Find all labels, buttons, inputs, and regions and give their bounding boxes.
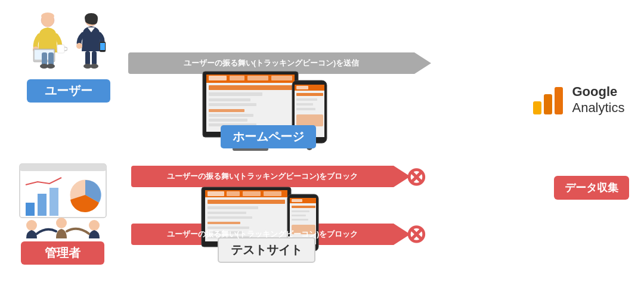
svg-rect-16 xyxy=(92,51,97,65)
ga-title: Google xyxy=(572,84,624,100)
svg-point-1 xyxy=(41,13,54,20)
svg-rect-51 xyxy=(38,194,47,216)
svg-rect-52 xyxy=(49,188,58,216)
user-figures xyxy=(29,12,109,75)
svg-rect-62 xyxy=(243,191,261,196)
svg-rect-64 xyxy=(208,200,285,204)
svg-rect-7 xyxy=(42,52,47,66)
admin-label: 管理者 xyxy=(21,241,104,265)
svg-rect-65 xyxy=(208,206,258,209)
svg-rect-68 xyxy=(208,222,240,224)
svg-rect-8 xyxy=(48,52,54,66)
svg-rect-87 xyxy=(544,94,552,114)
svg-rect-88 xyxy=(555,87,563,114)
svg-rect-50 xyxy=(26,203,35,216)
ga-subtitle: Analytics xyxy=(572,100,624,116)
ga-logo-icon xyxy=(532,83,565,116)
svg-rect-78 xyxy=(292,206,315,208)
svg-rect-39 xyxy=(296,86,308,89)
svg-rect-61 xyxy=(227,191,240,196)
homepage-device-group: ホームページ xyxy=(197,69,316,161)
ga-logo: Google Analytics xyxy=(532,83,624,116)
svg-rect-81 xyxy=(292,219,308,221)
homepage-label: ホームページ xyxy=(221,125,316,148)
admin-section: 管理者 xyxy=(6,161,119,265)
person1-icon xyxy=(29,12,67,75)
svg-point-55 xyxy=(56,218,67,228)
svg-rect-31 xyxy=(209,114,253,117)
svg-rect-40 xyxy=(296,93,323,96)
svg-rect-43 xyxy=(296,108,315,110)
svg-rect-66 xyxy=(208,212,246,214)
svg-rect-23 xyxy=(230,76,244,80)
testsite-label: テストサイト xyxy=(218,237,315,263)
svg-point-56 xyxy=(89,220,100,231)
arrow-body-mid-top: ユーザーの振る舞い(トラッキングビーコン)をブロック xyxy=(131,166,394,187)
svg-rect-41 xyxy=(296,98,317,101)
svg-rect-26 xyxy=(209,85,292,90)
svg-rect-30 xyxy=(209,109,244,112)
svg-rect-42 xyxy=(296,103,313,106)
svg-rect-80 xyxy=(292,215,306,216)
svg-rect-86 xyxy=(533,101,541,114)
svg-rect-6 xyxy=(57,45,64,53)
svg-rect-32 xyxy=(209,119,247,122)
svg-rect-49 xyxy=(20,164,106,171)
svg-rect-28 xyxy=(209,98,250,101)
svg-rect-24 xyxy=(247,76,268,80)
svg-rect-60 xyxy=(208,191,224,196)
arrow-head-top xyxy=(414,52,431,74)
user-section: ユーザー xyxy=(18,12,119,103)
svg-rect-22 xyxy=(209,76,227,80)
svg-rect-63 xyxy=(264,191,281,196)
ga-text: Google Analytics xyxy=(572,84,624,116)
person2-icon xyxy=(73,12,109,75)
ga-section: Google Analytics xyxy=(519,83,638,116)
diagram-container: ユーザー ユーザーの振る舞い(トラッキングビーコン)を送信 xyxy=(0,0,644,304)
arrow-mid-top-text: ユーザーの振る舞い(トラッキングビーコン)をブロック xyxy=(161,171,364,182)
block-icon-top: ⊗ xyxy=(405,162,426,191)
svg-rect-77 xyxy=(292,199,302,202)
svg-rect-29 xyxy=(209,103,256,106)
user-label: ユーザー xyxy=(27,79,110,103)
svg-point-54 xyxy=(26,220,37,231)
block-icon-bottom: ⊗ xyxy=(405,219,426,249)
arrow-top-text: ユーザーの振る舞い(トラッキングビーコン)を送信 xyxy=(178,58,366,69)
admin-illustration xyxy=(11,161,115,241)
svg-point-10 xyxy=(47,64,55,69)
svg-point-14 xyxy=(76,43,82,49)
svg-rect-44 xyxy=(296,114,323,126)
testsite-device-group: テストサイト xyxy=(197,185,307,268)
arrow-mid-bottom-text: ユーザーの振る舞い(トラッキングビーコン)をブロック xyxy=(161,229,364,240)
svg-rect-15 xyxy=(85,51,90,65)
svg-rect-79 xyxy=(292,210,309,212)
svg-point-18 xyxy=(90,64,98,69)
data-collect-box: データ収集 xyxy=(554,176,629,200)
svg-rect-67 xyxy=(208,216,252,219)
arrow-mid-top: ユーザーの振る舞い(トラッキングビーコン)をブロック xyxy=(131,166,410,187)
svg-rect-27 xyxy=(209,92,262,96)
svg-rect-13 xyxy=(100,43,105,50)
